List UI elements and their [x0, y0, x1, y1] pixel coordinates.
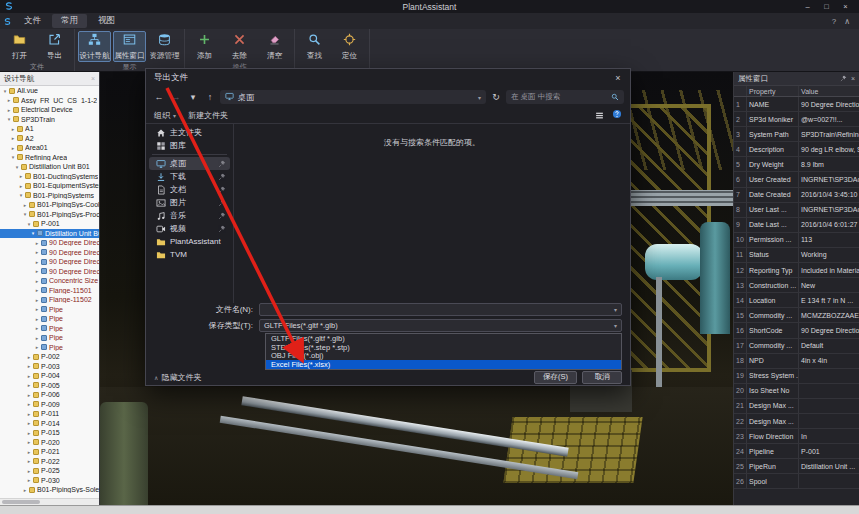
minimize-button[interactable]: – [798, 0, 817, 13]
tree-item[interactable]: ▾B01-PipingSys-Process [0, 210, 99, 220]
property-row[interactable]: 3System PathSP3DTrain\Refining ... [734, 127, 859, 142]
tree-item[interactable]: ▸P-014 [0, 419, 99, 429]
expand-icon[interactable]: ▸ [22, 487, 28, 493]
view-options-icon[interactable] [595, 111, 604, 120]
property-row[interactable]: 1NAME90 Degree Directio... [734, 97, 859, 112]
tree-item[interactable]: ▸B01-PipingSys-Sole... [0, 485, 99, 495]
tree-item[interactable]: ▸P-022 [0, 457, 99, 467]
sidebar-item-文档[interactable]: 文档 [149, 183, 230, 196]
tree-item[interactable]: ▾Refining Area [0, 153, 99, 163]
app-menu-icon[interactable] [3, 12, 12, 30]
tree-item[interactable]: ▸P-020 [0, 438, 99, 448]
collapse-icon[interactable]: ▾ [2, 88, 8, 94]
tree-item[interactable]: ▸90 Degree Direction Change... [0, 267, 99, 277]
tree-item[interactable]: ▾SP3DTrain [0, 115, 99, 125]
scrollbar-thumb[interactable] [2, 500, 40, 504]
expand-icon[interactable]: ▸ [34, 268, 40, 274]
property-row[interactable]: 11StatusWorking [734, 248, 859, 263]
expand-icon[interactable]: ▸ [26, 439, 32, 445]
expand-icon[interactable]: ▸ [10, 126, 16, 132]
tree-item[interactable]: ▸P-009 [0, 400, 99, 410]
expand-icon[interactable]: ▸ [34, 335, 40, 341]
expand-icon[interactable]: ▸ [26, 449, 32, 455]
expand-icon[interactable]: ▸ [34, 325, 40, 331]
expand-icon[interactable]: ▸ [10, 145, 16, 151]
property-row[interactable]: 24PipelineP-001 [734, 444, 859, 459]
column-property[interactable]: Property [747, 86, 799, 96]
collapse-icon[interactable]: ▾ [30, 230, 36, 236]
sidebar-item-图片[interactable]: 图片 [149, 196, 230, 209]
tab-视图[interactable]: 视图 [89, 14, 124, 28]
collapse-icon[interactable]: ▾ [14, 164, 20, 170]
tree-item[interactable]: ▸B01-DuctingSystems [0, 172, 99, 182]
new-folder-button[interactable]: 新建文件夹 [188, 110, 228, 121]
tree-item[interactable]: ▸90 Degree Direction Change... [0, 238, 99, 248]
file-list-area[interactable]: 没有与搜索条件匹配的项。 [234, 124, 630, 303]
panel-close-icon[interactable]: × [851, 75, 855, 82]
maximize-button[interactable]: □ [817, 0, 836, 13]
expand-icon[interactable]: ▸ [26, 373, 32, 379]
sidebar-item-主文件夹[interactable]: 主文件夹 [149, 126, 230, 139]
expand-icon[interactable]: ▸ [26, 392, 32, 398]
tree-item[interactable]: ▸Pipe [0, 314, 99, 324]
collapse-icon[interactable]: ▾ [18, 192, 24, 198]
expand-icon[interactable]: ▸ [26, 411, 32, 417]
property-row[interactable]: 15Commodity ...MCMZZBOZZAAEA... [734, 308, 859, 323]
save-type-select[interactable]: GLTF Files(*.gltf *.glb) ▾ [259, 319, 622, 332]
tree-item[interactable]: ▸P-030 [0, 476, 99, 486]
expand-icon[interactable]: ▸ [34, 316, 40, 322]
property-row[interactable]: 2SP3d Moniker@w=0027!!... [734, 112, 859, 127]
tree-item[interactable]: ▾Distillation Unit B01-4-P-1306-... [0, 229, 99, 239]
tree-item[interactable]: ▸P-005 [0, 381, 99, 391]
expand-icon[interactable]: ▸ [26, 401, 32, 407]
tree-item[interactable]: ▸Electrical Device [0, 105, 99, 115]
expand-icon[interactable]: ▸ [34, 249, 40, 255]
expand-icon[interactable]: ▸ [26, 420, 32, 426]
forward-icon[interactable]: → [169, 92, 183, 102]
address-bar[interactable]: 桌面 ▾ [220, 90, 486, 104]
ribbon-button-打开[interactable]: 打开 [3, 31, 36, 62]
file-type-option[interactable]: OBJ Files(*.obj) [266, 352, 621, 361]
tree-item[interactable]: ▸P-006 [0, 390, 99, 400]
tree-item[interactable]: ▸B01-PipingSys-Cooling Wate... [0, 200, 99, 210]
property-row[interactable]: 8User Last ...INGRNET\SP3DAd... [734, 203, 859, 218]
property-row[interactable]: 22Design Max ... [734, 414, 859, 429]
tree-item[interactable]: ▸P-003 [0, 362, 99, 372]
tree-item[interactable]: ▾Distillation Unit B01 [0, 162, 99, 172]
property-row[interactable]: 5Dry Weight8.9 lbm [734, 157, 859, 172]
expand-icon[interactable]: ▸ [18, 173, 24, 179]
tree-item[interactable]: ▸P-015 [0, 428, 99, 438]
property-row[interactable]: 7Date Created2016/10/4 3:45:10 [734, 188, 859, 203]
file-type-option[interactable]: STEP Files(*.step *.stp) [266, 343, 621, 352]
expand-icon[interactable]: ▸ [34, 278, 40, 284]
tree-item[interactable]: ▸Concentric Size Change-350... [0, 276, 99, 286]
file-name-input[interactable]: ▾ [259, 303, 622, 316]
property-row[interactable]: 20Iso Sheet No [734, 384, 859, 399]
ribbon-button-属性窗口[interactable]: 属性窗口 [113, 31, 146, 62]
property-row[interactable]: 13Construction ...New [734, 278, 859, 293]
ribbon-button-导出[interactable]: 导出 [38, 31, 71, 62]
property-row[interactable]: 6User CreatedINGRNET\SP3DAd... [734, 172, 859, 187]
horizontal-scrollbar[interactable] [0, 498, 99, 505]
tree-item[interactable]: ▸Flange-11501 [0, 286, 99, 296]
tree-item[interactable]: ▾All.vue [0, 86, 99, 96]
tree-item[interactable]: ▸Pipe [0, 324, 99, 334]
tree-item[interactable]: ▸B01-EquipmentSystems [0, 181, 99, 191]
ribbon-button-设计导航[interactable]: 设计导航 [78, 31, 111, 62]
column-value[interactable]: Value [799, 86, 859, 96]
tree-item[interactable]: ▸Area01 [0, 143, 99, 153]
expand-icon[interactable]: ▸ [6, 107, 12, 113]
tree-item[interactable]: ▸P-025 [0, 466, 99, 476]
property-row[interactable]: 17Commodity ...Default [734, 339, 859, 354]
tree-item[interactable]: ▾B01-PipingSystems [0, 191, 99, 201]
collapse-icon[interactable]: ▾ [26, 221, 32, 227]
panel-close-icon[interactable]: × [91, 75, 95, 82]
file-type-option[interactable]: GLTF Files(*.gltf *.glb) [266, 334, 621, 343]
search-input[interactable]: 在 桌面 中搜索 [506, 90, 624, 104]
expand-icon[interactable]: ▸ [22, 202, 28, 208]
expand-icon[interactable]: ▸ [18, 183, 24, 189]
tree-item[interactable]: ▸P-011 [0, 409, 99, 419]
sidebar-item-桌面[interactable]: 桌面 [149, 157, 230, 170]
property-row[interactable]: 16ShortCode90 Degree Directio... [734, 323, 859, 338]
expand-icon[interactable]: ▸ [34, 306, 40, 312]
